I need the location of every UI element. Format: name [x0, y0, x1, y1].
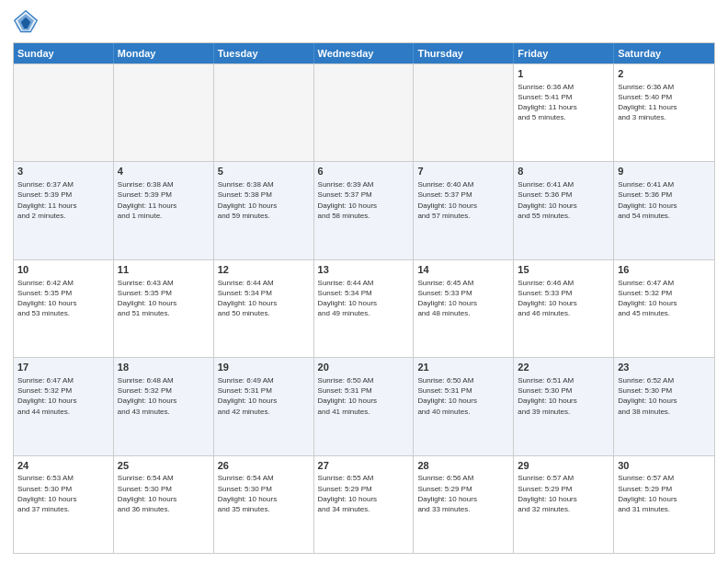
calendar-cell: 14Sunrise: 6:45 AM Sunset: 5:33 PM Dayli… [414, 260, 514, 357]
calendar-cell: 19Sunrise: 6:49 AM Sunset: 5:31 PM Dayli… [214, 358, 314, 454]
day-number: 12 [218, 263, 310, 277]
cell-info: Sunrise: 6:46 AM Sunset: 5:33 PM Dayligh… [518, 278, 609, 319]
cell-info: Sunrise: 6:41 AM Sunset: 5:36 PM Dayligh… [518, 179, 609, 221]
day-number: 19 [218, 361, 310, 374]
calendar-row: 10Sunrise: 6:42 AM Sunset: 5:35 PM Dayli… [14, 259, 714, 357]
calendar-cell [414, 64, 514, 161]
day-number: 4 [118, 165, 210, 178]
calendar-row: 17Sunrise: 6:47 AM Sunset: 5:32 PM Dayli… [14, 357, 714, 454]
day-number: 26 [218, 459, 310, 473]
day-number: 25 [118, 459, 210, 473]
cell-info: Sunrise: 6:45 AM Sunset: 5:33 PM Dayligh… [417, 278, 509, 319]
day-number: 9 [618, 165, 711, 178]
day-number: 21 [417, 361, 509, 374]
day-number: 2 [618, 67, 711, 81]
calendar-header: SundayMondayTuesdayWednesdayThursdayFrid… [14, 43, 714, 63]
calendar-cell [14, 64, 114, 161]
cell-info: Sunrise: 6:56 AM Sunset: 5:29 PM Dayligh… [417, 473, 509, 514]
cell-info: Sunrise: 6:54 AM Sunset: 5:30 PM Dayligh… [118, 473, 210, 514]
calendar-header-cell: Saturday [614, 43, 714, 63]
day-number: 23 [618, 361, 711, 374]
calendar-cell: 12Sunrise: 6:44 AM Sunset: 5:34 PM Dayli… [214, 260, 314, 357]
calendar-cell: 18Sunrise: 6:48 AM Sunset: 5:32 PM Dayli… [114, 358, 214, 454]
cell-info: Sunrise: 6:42 AM Sunset: 5:35 PM Dayligh… [17, 278, 109, 319]
logo-icon [13, 9, 39, 35]
calendar-cell: 16Sunrise: 6:47 AM Sunset: 5:32 PM Dayli… [614, 260, 714, 357]
cell-info: Sunrise: 6:53 AM Sunset: 5:30 PM Dayligh… [17, 473, 109, 514]
header [13, 9, 715, 35]
cell-info: Sunrise: 6:50 AM Sunset: 5:31 PM Dayligh… [318, 375, 410, 417]
day-number: 17 [17, 361, 109, 374]
calendar-cell [314, 64, 415, 161]
cell-info: Sunrise: 6:55 AM Sunset: 5:29 PM Dayligh… [318, 473, 410, 514]
calendar-header-cell: Friday [514, 43, 614, 63]
cell-info: Sunrise: 6:54 AM Sunset: 5:30 PM Dayligh… [218, 473, 310, 514]
calendar-cell: 13Sunrise: 6:44 AM Sunset: 5:34 PM Dayli… [314, 260, 415, 357]
calendar-cell: 29Sunrise: 6:57 AM Sunset: 5:29 PM Dayli… [514, 456, 614, 553]
day-number: 29 [518, 459, 609, 473]
calendar-cell: 22Sunrise: 6:51 AM Sunset: 5:30 PM Dayli… [514, 358, 614, 454]
calendar-cell [114, 64, 214, 161]
calendar-cell: 28Sunrise: 6:56 AM Sunset: 5:29 PM Dayli… [414, 456, 514, 553]
calendar-cell: 24Sunrise: 6:53 AM Sunset: 5:30 PM Dayli… [14, 456, 114, 553]
calendar-row: 3Sunrise: 6:37 AM Sunset: 5:39 PM Daylig… [14, 161, 714, 259]
page: SundayMondayTuesdayWednesdayThursdayFrid… [0, 0, 728, 563]
calendar-cell: 3Sunrise: 6:37 AM Sunset: 5:39 PM Daylig… [14, 162, 114, 259]
calendar-header-cell: Wednesday [314, 43, 415, 63]
cell-info: Sunrise: 6:47 AM Sunset: 5:32 PM Dayligh… [618, 278, 711, 319]
calendar-header-cell: Monday [114, 43, 214, 63]
cell-info: Sunrise: 6:52 AM Sunset: 5:30 PM Dayligh… [618, 375, 711, 417]
calendar: SundayMondayTuesdayWednesdayThursdayFrid… [13, 42, 715, 554]
day-number: 7 [417, 165, 509, 178]
cell-info: Sunrise: 6:37 AM Sunset: 5:39 PM Dayligh… [17, 179, 109, 221]
day-number: 8 [518, 165, 609, 178]
cell-info: Sunrise: 6:41 AM Sunset: 5:36 PM Dayligh… [618, 179, 711, 221]
cell-info: Sunrise: 6:47 AM Sunset: 5:32 PM Dayligh… [17, 375, 109, 417]
cell-info: Sunrise: 6:36 AM Sunset: 5:40 PM Dayligh… [618, 82, 711, 123]
calendar-cell: 27Sunrise: 6:55 AM Sunset: 5:29 PM Dayli… [314, 456, 415, 553]
cell-info: Sunrise: 6:48 AM Sunset: 5:32 PM Dayligh… [118, 375, 210, 417]
cell-info: Sunrise: 6:57 AM Sunset: 5:29 PM Dayligh… [618, 473, 711, 514]
cell-info: Sunrise: 6:51 AM Sunset: 5:30 PM Dayligh… [518, 375, 609, 417]
cell-info: Sunrise: 6:44 AM Sunset: 5:34 PM Dayligh… [218, 278, 310, 319]
calendar-cell: 26Sunrise: 6:54 AM Sunset: 5:30 PM Dayli… [214, 456, 314, 553]
calendar-cell: 21Sunrise: 6:50 AM Sunset: 5:31 PM Dayli… [414, 358, 514, 454]
calendar-cell: 11Sunrise: 6:43 AM Sunset: 5:35 PM Dayli… [114, 260, 214, 357]
calendar-cell: 25Sunrise: 6:54 AM Sunset: 5:30 PM Dayli… [114, 456, 214, 553]
cell-info: Sunrise: 6:36 AM Sunset: 5:41 PM Dayligh… [518, 82, 609, 123]
calendar-header-cell: Tuesday [214, 43, 314, 63]
day-number: 1 [518, 67, 609, 81]
day-number: 13 [318, 263, 410, 277]
cell-info: Sunrise: 6:38 AM Sunset: 5:38 PM Dayligh… [218, 179, 310, 221]
calendar-cell: 10Sunrise: 6:42 AM Sunset: 5:35 PM Dayli… [14, 260, 114, 357]
logo [13, 9, 42, 35]
calendar-cell: 5Sunrise: 6:38 AM Sunset: 5:38 PM Daylig… [214, 162, 314, 259]
day-number: 10 [17, 263, 109, 277]
cell-info: Sunrise: 6:40 AM Sunset: 5:37 PM Dayligh… [417, 179, 509, 221]
cell-info: Sunrise: 6:57 AM Sunset: 5:29 PM Dayligh… [518, 473, 609, 514]
day-number: 22 [518, 361, 609, 374]
calendar-cell: 15Sunrise: 6:46 AM Sunset: 5:33 PM Dayli… [514, 260, 614, 357]
day-number: 6 [318, 165, 410, 178]
calendar-cell: 4Sunrise: 6:38 AM Sunset: 5:39 PM Daylig… [114, 162, 214, 259]
cell-info: Sunrise: 6:38 AM Sunset: 5:39 PM Dayligh… [118, 179, 210, 221]
calendar-body: 1Sunrise: 6:36 AM Sunset: 5:41 PM Daylig… [14, 63, 714, 553]
day-number: 14 [417, 263, 509, 277]
calendar-cell: 8Sunrise: 6:41 AM Sunset: 5:36 PM Daylig… [514, 162, 614, 259]
calendar-cell: 9Sunrise: 6:41 AM Sunset: 5:36 PM Daylig… [614, 162, 714, 259]
cell-info: Sunrise: 6:43 AM Sunset: 5:35 PM Dayligh… [118, 278, 210, 319]
calendar-cell: 30Sunrise: 6:57 AM Sunset: 5:29 PM Dayli… [614, 456, 714, 553]
day-number: 18 [118, 361, 210, 374]
day-number: 5 [218, 165, 310, 178]
cell-info: Sunrise: 6:44 AM Sunset: 5:34 PM Dayligh… [318, 278, 410, 319]
calendar-header-cell: Thursday [414, 43, 514, 63]
day-number: 3 [17, 165, 109, 178]
calendar-row: 24Sunrise: 6:53 AM Sunset: 5:30 PM Dayli… [14, 455, 714, 553]
day-number: 28 [417, 459, 509, 473]
cell-info: Sunrise: 6:49 AM Sunset: 5:31 PM Dayligh… [218, 375, 310, 417]
cell-info: Sunrise: 6:39 AM Sunset: 5:37 PM Dayligh… [318, 179, 410, 221]
calendar-cell: 23Sunrise: 6:52 AM Sunset: 5:30 PM Dayli… [614, 358, 714, 454]
calendar-header-cell: Sunday [14, 43, 114, 63]
day-number: 27 [318, 459, 410, 473]
day-number: 30 [618, 459, 711, 473]
